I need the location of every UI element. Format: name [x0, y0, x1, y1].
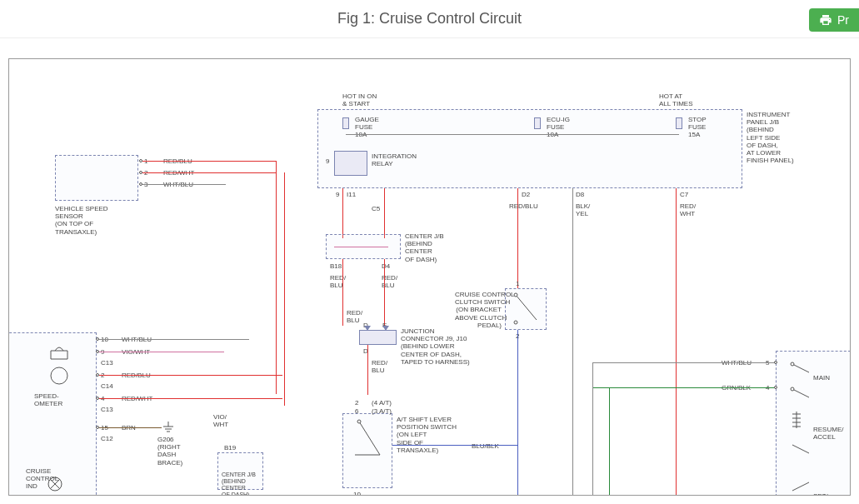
cruise-switch-icon — [784, 357, 834, 496]
wiring-diagram: HOT IN ON & START HOT AT ALL TIMES GAUGE… — [9, 59, 850, 495]
spd-c13a: C13 — [101, 359, 113, 367]
spd-c13b: C13 — [101, 406, 113, 413]
svg-point-5 — [357, 420, 361, 423]
sl-p10: 10 — [353, 491, 361, 496]
pin-i11-9: 9 — [336, 191, 339, 198]
diagram-viewport[interactable]: HOT IN ON & START HOT AT ALL TIMES GAUGE… — [8, 58, 851, 496]
pin-c7: C7 — [680, 191, 688, 198]
wcol-redblu-jc: RED/ BLU — [372, 359, 387, 374]
indicator-lamp-icon — [47, 476, 63, 492]
relay-pin-9: 9 — [326, 157, 329, 165]
label-shift-lever: A/T SHIFT LEVER POSITION SWITCH (ON LEFT… — [397, 416, 457, 454]
gauge-fuse — [342, 117, 349, 129]
label-ground-g206: G206 (RIGHT DASH BRACE) — [157, 436, 182, 467]
wcol-blublk: BLU/BLK — [472, 442, 499, 450]
svg-line-19 — [792, 482, 809, 491]
spd-c14: C14 — [101, 382, 113, 390]
wcol-redwht: RED/ WHT — [680, 202, 696, 217]
svg-point-2 — [514, 321, 517, 324]
clutch-p1: 1 — [516, 280, 519, 287]
print-icon — [819, 13, 832, 27]
sl-3at: (3 A/T) — [372, 407, 392, 415]
label-stop-fuse: STOP FUSE 15A — [688, 116, 707, 139]
sl-p6: 6 — [355, 407, 358, 415]
ground-icon — [162, 422, 175, 435]
spd-w7: GRN/RED — [122, 494, 152, 496]
pin-b19: B19 — [224, 444, 236, 452]
pin-i11: I11 — [347, 191, 356, 198]
wcol-blkyel: BLK/ YEL — [576, 202, 590, 217]
stop-fuse — [676, 117, 682, 129]
wcol-viowht: VIO/ WHT — [213, 413, 228, 428]
figure-title: Fig 1: Cruise Control Circuit — [0, 0, 859, 38]
svg-line-0 — [516, 295, 537, 320]
sl-4at: (4 A/T) — [372, 399, 392, 407]
wcol-redblu-b18: RED/ BLU — [330, 274, 346, 289]
integration-relay — [334, 151, 367, 176]
label-instrument-panel-jb: INSTRUMENT PANEL J/B (BEHIND LEFT SIDE O… — [747, 111, 794, 164]
switch-contact-icon — [507, 291, 544, 327]
svg-line-16 — [792, 389, 809, 397]
ecu-ig-fuse — [534, 117, 541, 129]
svg-line-18 — [792, 445, 809, 453]
svg-point-15 — [791, 362, 794, 366]
spd-c12: C12 — [101, 435, 113, 442]
label-hot-on-start: HOT IN ON & START — [342, 92, 377, 107]
label-junction-connector: JUNCTION CONNECTOR J9, J10 (BEHIND LOWER… — [401, 327, 470, 366]
print-button[interactable]: Pr — [809, 8, 859, 32]
label-clutch-switch: CRUISE CONTROL CLUTCH SWITCH (ON BRACKET… — [455, 291, 502, 329]
label-speedometer: SPEED- OMETER — [34, 392, 62, 407]
svg-point-1 — [514, 293, 517, 297]
label-center-jb-upper: CENTER J/B (BEHIND CENTER OF DASH) — [405, 232, 444, 263]
label-ecu-ig-fuse: ECU-IG FUSE 10A — [547, 116, 570, 139]
spd-p7: 7 — [101, 494, 104, 496]
svg-point-6 — [51, 367, 67, 384]
pin-d8: D8 — [576, 191, 584, 198]
pin-d4: D4 — [382, 262, 390, 270]
sl-p2: 2 — [355, 399, 358, 407]
junction-connector-box — [359, 330, 397, 345]
vehicle-speed-sensor-box — [55, 155, 138, 201]
label-vss: VEHICLE SPEED SENSOR (ON TOP OF TRANSAXL… — [55, 205, 108, 236]
svg-line-3 — [359, 422, 380, 455]
pin-b18: B18 — [330, 262, 342, 270]
print-label: Pr — [837, 13, 849, 27]
label-gauge-fuse: GAUGE FUSE 10A — [355, 116, 379, 139]
label-hot-all-times: HOT AT ALL TIMES — [659, 92, 692, 107]
label-integration-relay: INTEGRATION RELAY — [372, 152, 417, 167]
shift-switch-icon — [347, 417, 388, 484]
svg-point-17 — [791, 387, 794, 391]
pin-d2: D2 — [522, 191, 530, 198]
speedometer-icon — [38, 342, 80, 392]
wcol-redblu-d2: RED/BLU — [509, 202, 538, 210]
svg-line-14 — [792, 364, 809, 372]
pin-c5: C5 — [372, 205, 380, 212]
wcol-redblu-mid: RED/ BLU — [347, 309, 362, 324]
label-center-jb-lower: CENTER J/B (BEHIND CENTER OF DASH) — [222, 472, 256, 496]
